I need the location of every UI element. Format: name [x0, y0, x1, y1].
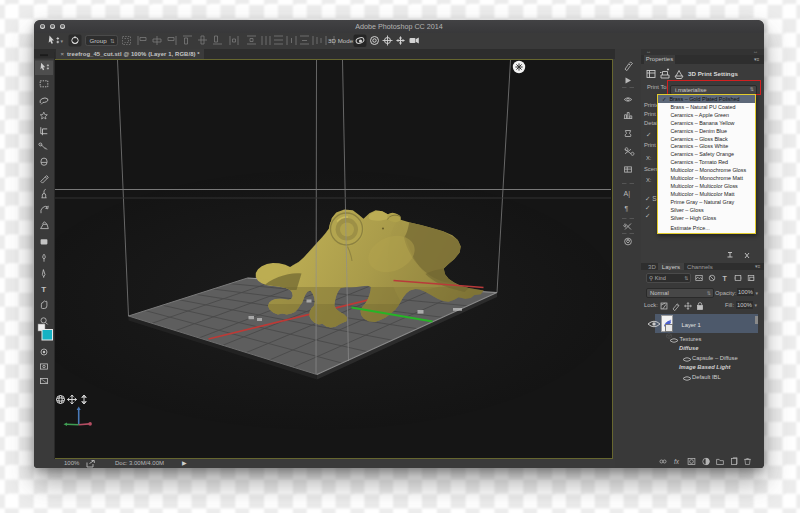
svg-text:▾: ▾: [61, 38, 64, 44]
svg-text:fx: fx: [674, 458, 680, 465]
svg-text:T: T: [41, 285, 46, 294]
svg-text:Group: Group: [90, 37, 108, 44]
svg-text:T: T: [723, 275, 728, 282]
svg-text:3D Mode:: 3D Mode:: [328, 37, 355, 44]
svg-text:A|: A|: [624, 189, 631, 197]
svg-text:3D Print Settings: 3D Print Settings: [688, 70, 738, 77]
svg-text:⇅: ⇅: [110, 38, 115, 44]
svg-text:¶: ¶: [625, 205, 629, 212]
